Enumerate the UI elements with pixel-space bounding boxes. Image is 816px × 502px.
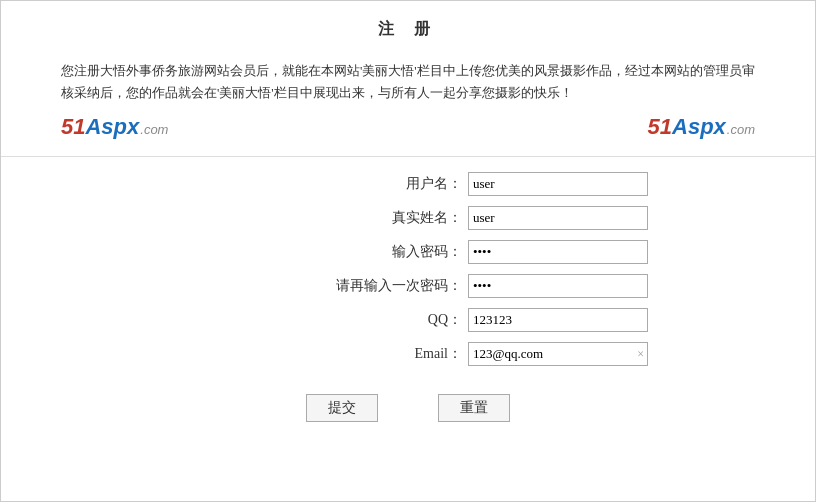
form-row-password-confirm: 请再输入一次密码： <box>168 274 648 298</box>
logo-left-aspx: Aspx <box>85 114 139 140</box>
logo-left: 51Aspx.com <box>61 114 168 140</box>
input-email[interactable] <box>468 342 648 366</box>
label-username: 用户名： <box>342 175 462 193</box>
form-row-qq: QQ： <box>168 308 648 332</box>
input-password-confirm[interactable] <box>468 274 648 298</box>
logos-row: 51Aspx.com 51Aspx.com <box>1 114 815 140</box>
reset-button[interactable]: 重置 <box>438 394 510 422</box>
logo-right: 51Aspx.com <box>648 114 755 140</box>
logo-right-aspx: Aspx <box>672 114 726 140</box>
label-email: Email： <box>342 345 462 363</box>
logo-right-dot: .com <box>727 122 755 137</box>
label-realname: 真实姓名： <box>342 209 462 227</box>
input-username[interactable] <box>468 172 648 196</box>
label-qq: QQ： <box>342 311 462 329</box>
label-password: 输入密码： <box>342 243 462 261</box>
page-container: 注 册 您注册大悟外事侨务旅游网站会员后，就能在本网站'美丽大悟'栏目中上传您优… <box>0 0 816 502</box>
description: 您注册大悟外事侨务旅游网站会员后，就能在本网站'美丽大悟'栏目中上传您优美的风景… <box>61 60 755 104</box>
form-row-realname: 真实姓名： <box>168 206 648 230</box>
submit-button[interactable]: 提交 <box>306 394 378 422</box>
email-clear-icon[interactable]: × <box>637 347 644 362</box>
logo-right-51: 51 <box>648 114 672 140</box>
label-password-confirm: 请再输入一次密码： <box>336 277 462 295</box>
form-row-username: 用户名： <box>168 172 648 196</box>
input-password[interactable] <box>468 240 648 264</box>
page-title: 注 册 <box>1 1 815 50</box>
btn-row: 提交 重置 <box>168 394 648 422</box>
email-wrapper: × <box>468 342 648 366</box>
form-row-password: 输入密码： <box>168 240 648 264</box>
logo-left-dot: .com <box>140 122 168 137</box>
divider <box>1 156 815 157</box>
input-qq[interactable] <box>468 308 648 332</box>
input-realname[interactable] <box>468 206 648 230</box>
form-area: 用户名： 真实姓名： 输入密码： 请再输入一次密码： QQ： Email： × <box>1 167 815 427</box>
logo-left-51: 51 <box>61 114 85 140</box>
form-row-email: Email： × <box>168 342 648 366</box>
